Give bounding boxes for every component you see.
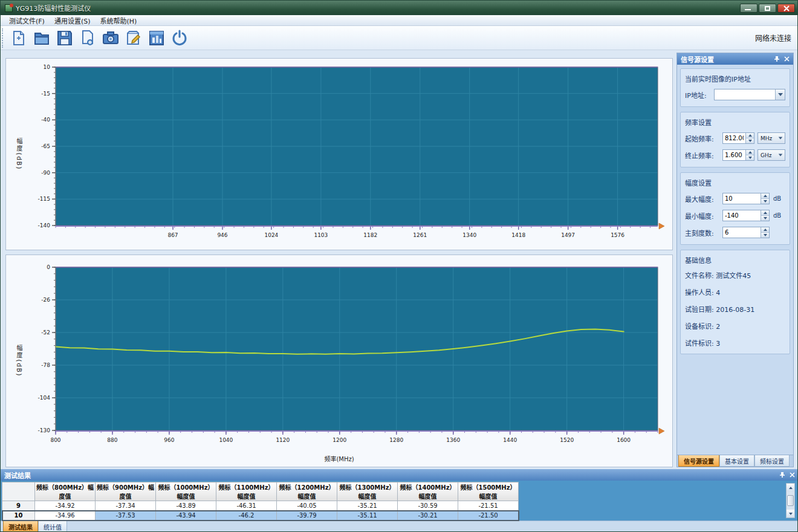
- stop-frequency-stepper: [722, 149, 754, 161]
- minimize-icon: [745, 9, 751, 10]
- min-amplitude-stepper: [722, 210, 770, 221]
- toolbar-grip[interactable]: [2, 28, 5, 48]
- power-button[interactable]: [168, 27, 191, 49]
- value-cell[interactable]: -40.05: [277, 501, 337, 511]
- value-cell[interactable]: -37.53: [96, 511, 156, 521]
- start-frequency-down-button[interactable]: [746, 138, 754, 143]
- start-frequency-up-button[interactable]: [746, 133, 754, 138]
- value-cell[interactable]: -34.92: [35, 501, 96, 511]
- column-header[interactable]: 频标（1300MHz）幅度值: [337, 482, 398, 501]
- bottom-chart-ylabel: 幅度(dB): [15, 345, 24, 377]
- tab-statistics[interactable]: 统计值: [38, 521, 67, 532]
- value-cell[interactable]: -46.31: [216, 501, 277, 511]
- ip-field-label: IP地址:: [685, 90, 714, 100]
- spinner-up-icon: [764, 195, 767, 197]
- row-header[interactable]: 9: [2, 501, 35, 511]
- new-file-button[interactable]: [7, 27, 30, 49]
- max-amplitude-up-button[interactable]: [761, 193, 769, 198]
- tab-marker-settings[interactable]: 频标设置: [754, 455, 790, 467]
- results-scrollbar[interactable]: [786, 483, 795, 518]
- tab-basic-settings[interactable]: 基本设置: [719, 455, 754, 467]
- pin-button[interactable]: [773, 55, 780, 63]
- max-amplitude-input[interactable]: [723, 193, 761, 204]
- value-cell[interactable]: -30.21: [398, 511, 458, 521]
- bottom-chart-xlabel: 频率(MHz): [6, 454, 672, 463]
- ip-group-label: 当前实时图像的IP地址: [685, 74, 785, 83]
- value-cell[interactable]: -37.34: [96, 501, 156, 511]
- svg-text:1103: 1103: [314, 232, 328, 238]
- menu-test-file[interactable]: 测试文件(F): [4, 15, 50, 26]
- value-cell[interactable]: -34.96: [35, 511, 96, 521]
- ip-dropdown-button[interactable]: [775, 89, 785, 100]
- svg-text:1120: 1120: [276, 437, 290, 443]
- start-frequency-input[interactable]: [723, 133, 745, 143]
- value-cell[interactable]: -30.59: [398, 501, 458, 511]
- tab-signal-source-settings[interactable]: 信号源设置: [678, 455, 719, 467]
- min-amplitude-up-button[interactable]: [761, 210, 769, 215]
- min-amplitude-input[interactable]: [723, 210, 761, 221]
- new-file-icon: [10, 30, 27, 47]
- screenshot-button[interactable]: [99, 27, 122, 49]
- report-button[interactable]: [145, 27, 168, 49]
- minimize-button[interactable]: [740, 4, 757, 13]
- stop-frequency-input[interactable]: [723, 150, 745, 160]
- row-header[interactable]: 10: [2, 511, 35, 521]
- column-header[interactable]: 频标（1100MHz）幅度值: [216, 482, 277, 501]
- value-cell[interactable]: -35.21: [337, 501, 398, 511]
- save-button[interactable]: [53, 27, 76, 49]
- column-header[interactable]: 频标（1500MHz）幅度值: [458, 482, 519, 501]
- maximize-button[interactable]: [759, 4, 776, 13]
- column-header[interactable]: 频标（800MHz）幅度值: [35, 482, 96, 501]
- panel-close-button[interactable]: [783, 55, 791, 63]
- stop-frequency-down-button[interactable]: [746, 155, 754, 160]
- pin-button[interactable]: [778, 471, 786, 479]
- table-row[interactable]: 9-34.92-37.34-43.89-46.31-40.05-35.21-30…: [2, 501, 519, 511]
- svg-text:-65: -65: [41, 143, 50, 149]
- value-cell[interactable]: -43.94: [156, 511, 216, 521]
- corner-header-cell[interactable]: [2, 482, 35, 501]
- max-amplitude-down-button[interactable]: [761, 198, 769, 204]
- column-header[interactable]: 频标（1400MHz）幅度值: [398, 482, 458, 501]
- top-chart-plot: 8679461024110311821261134014181497157610…: [6, 59, 672, 250]
- major-ticks-input[interactable]: [723, 227, 761, 238]
- export-file-icon: [79, 30, 96, 47]
- open-file-button[interactable]: [30, 27, 53, 49]
- major-ticks-label: 主刻度数:: [685, 228, 722, 238]
- window-title: YG913防辐射性能测试仪: [16, 3, 91, 13]
- column-header[interactable]: 频标（1200MHz）幅度值: [277, 482, 337, 501]
- value-cell[interactable]: -43.89: [156, 501, 216, 511]
- scroll-down-button[interactable]: [787, 510, 794, 517]
- tab-test-results[interactable]: 测试结果: [3, 521, 38, 532]
- main-area: 幅度(dB) 867946102411031182126113401418149…: [1, 50, 797, 531]
- edit-button[interactable]: [122, 27, 145, 49]
- table-row[interactable]: 10-34.96-37.53-43.94-46.2-39.79-35.11-30…: [2, 511, 519, 521]
- min-amplitude-down-button[interactable]: [761, 215, 769, 221]
- value-cell[interactable]: -21.51: [458, 501, 519, 511]
- svg-text:-52: -52: [41, 329, 50, 336]
- dock-close-button[interactable]: [788, 471, 796, 479]
- stop-frequency-up-button[interactable]: [746, 150, 754, 155]
- close-button[interactable]: [777, 4, 795, 13]
- start-frequency-unit-select[interactable]: MHz: [757, 132, 785, 144]
- stop-frequency-unit-select[interactable]: GHz: [757, 149, 785, 161]
- scrollbar-thumb[interactable]: [787, 495, 794, 506]
- major-ticks-up-button[interactable]: [761, 227, 769, 232]
- column-header[interactable]: 频标（900MHz）幅度值: [96, 482, 156, 501]
- ip-address-value: [715, 89, 718, 100]
- column-header[interactable]: 频标（1000MHz）幅度值: [156, 482, 216, 501]
- export-button[interactable]: [76, 27, 99, 49]
- menu-system-help[interactable]: 系统帮助(H): [96, 15, 142, 26]
- value-cell[interactable]: -35.11: [337, 511, 398, 521]
- major-ticks-down-button[interactable]: [761, 232, 769, 238]
- signal-source-panel-title: 信号源设置: [681, 54, 714, 64]
- ip-address-select[interactable]: [714, 89, 785, 100]
- value-cell[interactable]: -46.2: [216, 511, 277, 521]
- scroll-up-button[interactable]: [787, 484, 794, 491]
- results-table[interactable]: 频标（800MHz）幅度值频标（900MHz）幅度值频标（1000MHz）幅度值…: [2, 482, 519, 521]
- signal-source-panel-body: 当前实时图像的IP地址 IP地址: 频率设置 起始频率:: [677, 65, 793, 455]
- min-amplitude-unit: dB: [773, 212, 781, 219]
- svg-text:1600: 1600: [617, 437, 631, 443]
- value-cell[interactable]: -39.79: [277, 511, 337, 521]
- menu-general-settings[interactable]: 通用设置(S): [50, 15, 96, 26]
- value-cell[interactable]: -21.50: [458, 511, 519, 521]
